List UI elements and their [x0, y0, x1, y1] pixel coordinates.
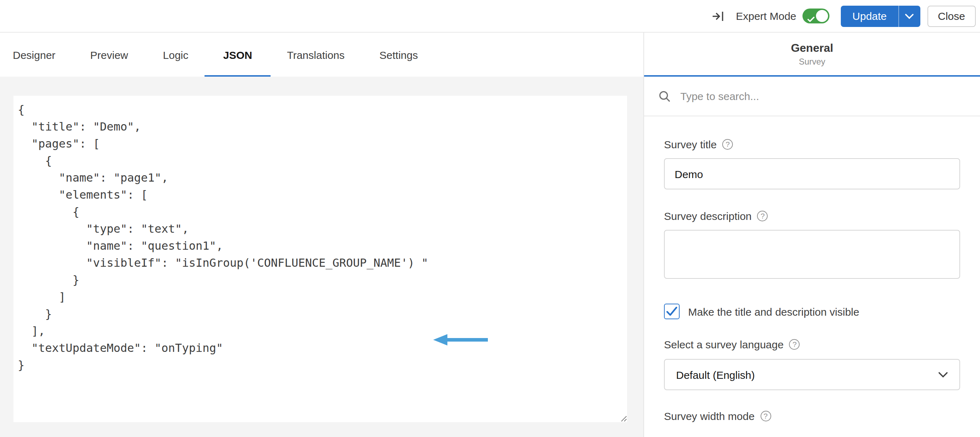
survey-description-label-text: Survey description	[664, 210, 752, 222]
survey-title-input[interactable]	[664, 158, 960, 189]
help-icon[interactable]: ?	[722, 139, 733, 150]
help-icon[interactable]: ?	[760, 411, 771, 421]
json-code-textarea[interactable]: { "title": "Demo", "pages": [ { "name": …	[13, 96, 627, 422]
width-mode-label: Survey width mode ?	[664, 410, 960, 422]
update-dropdown-button[interactable]	[898, 5, 920, 27]
language-label: Select a survey language ?	[664, 339, 960, 350]
survey-creator-app: Expert Mode Update Close	[0, 0, 980, 437]
panel-subtitle: Survey	[799, 56, 826, 66]
title-visibility-checkbox[interactable]	[664, 304, 679, 319]
top-toolbar: Expert Mode Update Close	[0, 0, 980, 33]
property-panel-body: Survey title ? Survey description ?	[644, 116, 980, 437]
collapse-panel-icon[interactable]	[709, 7, 727, 25]
tab-bar: Designer Preview Logic JSON Translations…	[0, 33, 643, 77]
tab-preview[interactable]: Preview	[90, 33, 128, 77]
language-label-text: Select a survey language	[664, 339, 784, 350]
tab-settings[interactable]: Settings	[380, 33, 418, 77]
property-panel-header: General Survey	[644, 33, 980, 77]
language-select[interactable]: Default (English)	[664, 359, 960, 390]
editor-section: Designer Preview Logic JSON Translations…	[0, 33, 643, 437]
content-area: Designer Preview Logic JSON Translations…	[0, 33, 980, 437]
check-icon	[808, 13, 815, 25]
property-panel: General Survey Survey title ?	[643, 33, 980, 437]
search-input[interactable]	[680, 90, 966, 102]
property-search-row	[644, 77, 980, 116]
expert-mode-label: Expert Mode	[736, 10, 796, 22]
title-visibility-checkbox-row[interactable]: Make the title and description visible	[664, 304, 960, 319]
help-icon[interactable]: ?	[789, 339, 800, 350]
survey-title-label: Survey title ?	[664, 138, 960, 150]
title-visibility-label: Make the title and description visible	[688, 306, 859, 317]
tab-designer[interactable]: Designer	[13, 33, 56, 77]
survey-description-label: Survey description ?	[664, 210, 960, 222]
check-icon	[666, 306, 678, 317]
json-editor-area: { "title": "Demo", "pages": [ { "name": …	[0, 77, 643, 437]
tab-json[interactable]: JSON	[223, 33, 253, 77]
expert-mode-toggle[interactable]	[803, 8, 830, 24]
tab-logic[interactable]: Logic	[163, 33, 189, 77]
update-button[interactable]: Update	[841, 5, 898, 27]
tab-translations[interactable]: Translations	[287, 33, 344, 77]
survey-description-textarea[interactable]	[664, 230, 960, 279]
survey-title-label-text: Survey title	[664, 138, 716, 150]
search-icon	[658, 90, 671, 103]
update-split-button: Update	[841, 5, 920, 27]
chevron-down-icon	[905, 13, 914, 19]
language-select-value: Default (English)	[676, 369, 755, 381]
width-mode-label-text: Survey width mode	[664, 410, 754, 422]
panel-title: General	[791, 41, 833, 54]
chevron-down-icon	[938, 371, 948, 378]
toggle-knob	[816, 10, 828, 22]
help-icon[interactable]: ?	[757, 211, 768, 221]
close-button[interactable]: Close	[927, 5, 976, 27]
